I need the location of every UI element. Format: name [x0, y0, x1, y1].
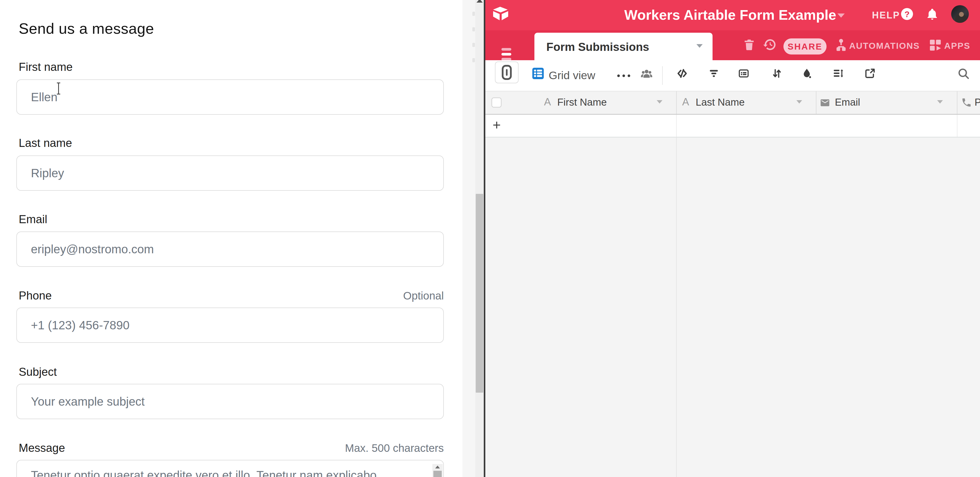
- form-title: Send us a message: [19, 20, 154, 37]
- email-label: Email: [19, 213, 47, 226]
- gutter-dash: [473, 12, 475, 16]
- last-name-input[interactable]: [16, 155, 444, 191]
- phone-input[interactable]: [16, 307, 444, 343]
- bell-icon[interactable]: [926, 8, 939, 21]
- gutter-dash: [473, 43, 475, 47]
- menu-bar: [501, 53, 511, 55]
- history-icon[interactable]: [762, 37, 777, 52]
- phone-field-icon: [961, 97, 972, 108]
- table-name: Form Submissions: [546, 41, 649, 54]
- grid-view-icon: [532, 68, 544, 79]
- page-scrollbar-thumb[interactable]: [476, 194, 483, 393]
- page-scroll-up-arrow-icon[interactable]: [477, 0, 483, 3]
- column-separator[interactable]: [816, 91, 816, 114]
- screen: Send us a message First name Last name E…: [0, 0, 980, 477]
- gutter-dash: [473, 27, 475, 32]
- column-caret-down-icon[interactable]: [937, 100, 943, 103]
- sort-icon[interactable]: [771, 68, 783, 79]
- airtable-logo-icon[interactable]: [492, 6, 509, 21]
- column-caret-down-icon[interactable]: [796, 100, 802, 103]
- grid-empty-area: [485, 138, 980, 477]
- message-textarea[interactable]: [16, 460, 444, 477]
- contact-form-pane: Send us a message First name Last name E…: [0, 0, 463, 477]
- toolbar-divider: [662, 66, 663, 85]
- column-header-last-name[interactable]: Last Name: [696, 97, 745, 108]
- pane-gutter: [463, 0, 475, 477]
- table-caret-down-icon[interactable]: [697, 44, 703, 48]
- column-separator[interactable]: [676, 91, 677, 114]
- message-max-chars-note: Max. 500 characters: [345, 442, 444, 455]
- apps-button[interactable]: APPS: [944, 41, 970, 51]
- help-button[interactable]: HELP: [872, 10, 900, 21]
- column-separator: [676, 115, 677, 137]
- text-field-icon: A: [682, 96, 689, 108]
- apps-icon[interactable]: [928, 38, 943, 53]
- group-icon[interactable]: [738, 68, 750, 79]
- avatar[interactable]: [951, 5, 969, 23]
- airtable-pane: Workers Airtable Form Example HELP ? For…: [485, 0, 980, 477]
- message-label: Message: [19, 441, 65, 455]
- row-height-icon[interactable]: [832, 68, 844, 79]
- message-scroll-up-arrow-icon[interactable]: [435, 466, 440, 468]
- subject-label: Subject: [19, 365, 57, 379]
- column-separator: [676, 138, 677, 477]
- first-name-input[interactable]: [16, 79, 444, 115]
- phone-optional-note: Optional: [403, 290, 444, 302]
- paint-fill-icon[interactable]: [801, 68, 813, 79]
- help-circle-icon[interactable]: ?: [901, 8, 913, 20]
- add-row-plus[interactable]: +: [493, 117, 501, 133]
- automations-icon[interactable]: [834, 38, 848, 53]
- add-row[interactable]: +: [485, 115, 980, 138]
- airtable-tabbar: Form Submissions SHARE: [485, 30, 980, 60]
- last-name-label: Last name: [19, 136, 72, 149]
- column-header-first-name[interactable]: First Name: [557, 97, 607, 108]
- hide-fields-icon[interactable]: [676, 68, 688, 79]
- column-caret-down-icon[interactable]: [657, 100, 662, 103]
- open-view-icon[interactable]: [864, 68, 876, 79]
- subject-input[interactable]: [16, 384, 444, 419]
- column-separator: [957, 115, 958, 137]
- text-field-icon: A: [544, 96, 551, 108]
- base-title[interactable]: Workers Airtable Form Example: [624, 7, 836, 23]
- select-all-checkbox[interactable]: [492, 98, 501, 108]
- base-title-caret-down-icon[interactable]: [837, 14, 845, 17]
- tab-form-submissions[interactable]: Form Submissions: [535, 33, 713, 60]
- search-icon[interactable]: [957, 67, 970, 80]
- message-scrollbar-thumb[interactable]: [433, 471, 442, 477]
- airtable-topbar: Workers Airtable Form Example HELP ?: [485, 0, 980, 30]
- first-name-label: First name: [19, 60, 73, 73]
- column-header-email[interactable]: Email: [835, 97, 860, 108]
- email-field-icon: [820, 98, 830, 108]
- automations-button[interactable]: AUTOMATIONS: [849, 41, 920, 51]
- filter-icon[interactable]: [708, 68, 720, 79]
- share-button[interactable]: SHARE: [783, 38, 827, 54]
- more-options-icon[interactable]: [616, 74, 631, 78]
- column-header-phone[interactable]: Phone: [975, 97, 980, 108]
- view-sidebar-toggle-button[interactable]: [495, 62, 519, 83]
- view-toolbar: Grid view: [485, 60, 980, 91]
- menu-bar: [501, 48, 511, 51]
- collaborators-icon[interactable]: [640, 68, 653, 81]
- gutter-dash: [473, 58, 475, 62]
- view-name[interactable]: Grid view: [549, 69, 595, 82]
- trash-icon[interactable]: [742, 37, 756, 52]
- column-separator[interactable]: [957, 91, 958, 114]
- grid-header-row: A First Name A Last Name Email Phone: [485, 91, 980, 115]
- text-cursor: [58, 82, 59, 95]
- email-input[interactable]: [16, 231, 444, 267]
- phone-label: Phone: [19, 289, 52, 302]
